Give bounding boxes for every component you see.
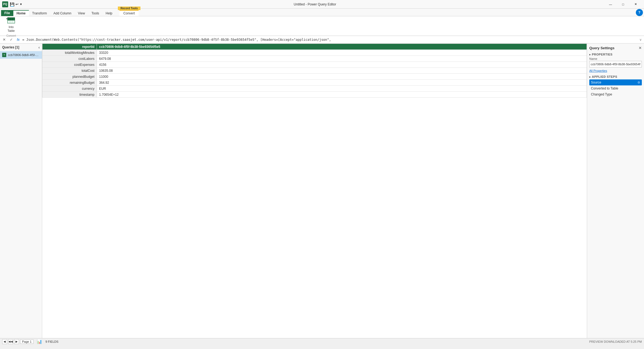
query-settings-panel: Query Settings ✕ PROPERTIES Name All Pro… bbox=[587, 44, 644, 338]
record-value: 1.70654E+12 bbox=[97, 92, 587, 98]
table-row: timestamp1.70654E+12 bbox=[42, 92, 587, 98]
settings-title: Query Settings bbox=[589, 46, 614, 50]
query-item[interactable]: T ccb70806-9db8-4f5f-8b... bbox=[0, 51, 42, 59]
record-value: 33320 bbox=[97, 50, 587, 56]
title-bar: PQ 💾 ↩ ▼ Untitled - Power Query Editor —… bbox=[0, 0, 644, 9]
record-table: reportIdccb70806-9db8-4f5f-8b38-5be93654… bbox=[42, 44, 587, 98]
query-name: ccb70806-9db8-4f5f-8b... bbox=[8, 53, 40, 57]
record-key: currency bbox=[42, 86, 97, 92]
table-row: plannedBudget11000 bbox=[42, 74, 587, 80]
page-number: Page 1 bbox=[20, 339, 33, 344]
all-properties-link[interactable]: All Properties bbox=[589, 69, 642, 72]
page-first-button[interactable]: ◀◀ bbox=[8, 339, 13, 344]
convert-group: ↙ Into Table Convert bbox=[2, 17, 20, 35]
status-left: ◀ ◀◀ ▶ Page 1 📊 9 FIELDS bbox=[2, 339, 59, 344]
step-label: Converted to Table bbox=[591, 87, 618, 90]
record-key: timestamp bbox=[42, 92, 97, 98]
ribbon-tabs-row: File Home Transform Add Column View Tool… bbox=[0, 9, 644, 16]
quick-access-toolbar: 💾 ↩ ▼ bbox=[10, 2, 22, 7]
record-value: 364.92 bbox=[97, 80, 587, 86]
status-right: PREVIEW DOWNLOADED AT 5:25 PM bbox=[589, 340, 642, 343]
record-key: reportId bbox=[42, 44, 97, 50]
tab-add-column[interactable]: Add Column bbox=[50, 11, 75, 16]
into-table-icon: ↙ bbox=[7, 16, 16, 25]
formula-expand-button[interactable]: ∨ bbox=[638, 37, 643, 43]
queries-panel: Queries [1] ‹ T ccb70806-9db8-4f5f-8b... bbox=[0, 44, 42, 338]
step-label: Changed Type bbox=[591, 92, 612, 96]
dropdown-icon[interactable]: ▼ bbox=[20, 3, 22, 6]
status-bar: ◀ ◀◀ ▶ Page 1 📊 9 FIELDS PREVIEW DOWNLOA… bbox=[0, 338, 644, 345]
table-row: costLabors6479.08 bbox=[42, 56, 587, 62]
record-value: 6479.08 bbox=[97, 56, 587, 62]
record-key: remainingBudget bbox=[42, 80, 97, 86]
main-area: Queries [1] ‹ T ccb70806-9db8-4f5f-8b...… bbox=[0, 44, 644, 338]
undo-icon[interactable]: ↩ bbox=[16, 2, 19, 6]
into-table-button[interactable]: ↙ Into Table bbox=[4, 15, 18, 34]
ribbon-wrapper: File Home Transform Add Column View Tool… bbox=[0, 9, 644, 36]
step-settings-icon[interactable]: ⚙ bbox=[637, 81, 640, 84]
step-source[interactable]: Source⚙ bbox=[589, 79, 642, 85]
step-label: Source bbox=[591, 81, 601, 84]
properties-section: PROPERTIES Name All Properties bbox=[589, 53, 642, 75]
window-controls: — □ ✕ bbox=[604, 0, 642, 9]
tab-convert[interactable]: Convert bbox=[119, 10, 139, 16]
save-icon[interactable]: 💾 bbox=[10, 2, 14, 7]
minimize-button[interactable]: — bbox=[604, 0, 617, 9]
maximize-button[interactable]: □ bbox=[617, 0, 629, 9]
help-icon[interactable]: ? bbox=[636, 9, 643, 16]
title-text: Untitled - Power Query Editor bbox=[26, 2, 604, 6]
formula-confirm-button[interactable]: ✓ bbox=[8, 37, 14, 43]
formula-bar: ✕ ✓ fx ∨ bbox=[0, 36, 644, 44]
applied-steps-header: APPLIED STEPS bbox=[589, 75, 642, 78]
queries-title: Queries [1] bbox=[2, 45, 19, 49]
record-key: costExpenses bbox=[42, 62, 97, 68]
applied-steps-section: APPLIED STEPS Source⚙Converted to TableC… bbox=[589, 75, 642, 97]
table-row: totalCost10635.08 bbox=[42, 68, 587, 74]
record-value: ccb70806-9db8-4f5f-8b38-5be93654f5e5 bbox=[97, 44, 587, 50]
data-area: reportIdccb70806-9db8-4f5f-8b38-5be93654… bbox=[42, 44, 587, 338]
record-value: 4156 bbox=[97, 62, 587, 68]
steps-list: Source⚙Converted to TableChanged Type bbox=[589, 79, 642, 97]
tab-help[interactable]: Help bbox=[102, 11, 116, 16]
record-value: 11000 bbox=[97, 74, 587, 80]
table-row: reportIdccb70806-9db8-4f5f-8b38-5be93654… bbox=[42, 44, 587, 50]
record-key: totalCost bbox=[42, 68, 97, 74]
step-converted-to-table[interactable]: Converted to Table bbox=[589, 85, 642, 91]
formula-fx-button[interactable]: fx bbox=[15, 37, 21, 43]
table-row: totalWorklogMinutes33320 bbox=[42, 50, 587, 56]
queries-collapse-button[interactable]: ‹ bbox=[38, 45, 40, 50]
excel-icon: 📊 bbox=[37, 339, 42, 344]
table-row: remainingBudget364.92 bbox=[42, 80, 587, 86]
ribbon-content: ↙ Into Table Convert bbox=[0, 16, 644, 36]
step-changed-type[interactable]: Changed Type bbox=[589, 91, 642, 97]
table-row: currencyEUR bbox=[42, 86, 587, 92]
into-table-label: Into Table bbox=[8, 25, 15, 33]
page-prev-button[interactable]: ◀ bbox=[2, 339, 7, 344]
record-key: totalWorklogMinutes bbox=[42, 50, 97, 56]
record-value: 10635.08 bbox=[97, 68, 587, 74]
settings-close-button[interactable]: ✕ bbox=[639, 46, 642, 50]
table-row: costExpenses4156 bbox=[42, 62, 587, 68]
record-tools-label: Record Tools bbox=[118, 7, 140, 10]
page-nav: ◀ ◀◀ ▶ Page 1 bbox=[2, 339, 33, 344]
convert-group-label: Convert bbox=[6, 34, 16, 37]
fields-count: 9 FIELDS bbox=[45, 340, 59, 343]
settings-header: Query Settings ✕ bbox=[589, 46, 642, 50]
record-key: costLabors bbox=[42, 56, 97, 62]
formula-cancel-button[interactable]: ✕ bbox=[1, 37, 7, 43]
formula-input[interactable] bbox=[22, 37, 637, 43]
tab-tools[interactable]: Tools bbox=[88, 11, 102, 16]
tab-view[interactable]: View bbox=[75, 11, 88, 16]
close-button[interactable]: ✕ bbox=[629, 0, 642, 9]
app-icon: PQ bbox=[2, 1, 8, 7]
context-ribbon-group: Record Tools Convert bbox=[118, 7, 140, 16]
record-value: EUR bbox=[97, 86, 587, 92]
queries-header: Queries [1] ‹ bbox=[0, 44, 42, 51]
page-next-button[interactable]: ▶ bbox=[14, 339, 19, 344]
record-key: plannedBudget bbox=[42, 74, 97, 80]
tab-transform[interactable]: Transform bbox=[29, 11, 50, 16]
properties-section-header: PROPERTIES bbox=[589, 53, 642, 56]
query-type-icon: T bbox=[2, 53, 6, 57]
query-name-input[interactable] bbox=[589, 61, 642, 67]
name-label: Name bbox=[589, 57, 642, 60]
